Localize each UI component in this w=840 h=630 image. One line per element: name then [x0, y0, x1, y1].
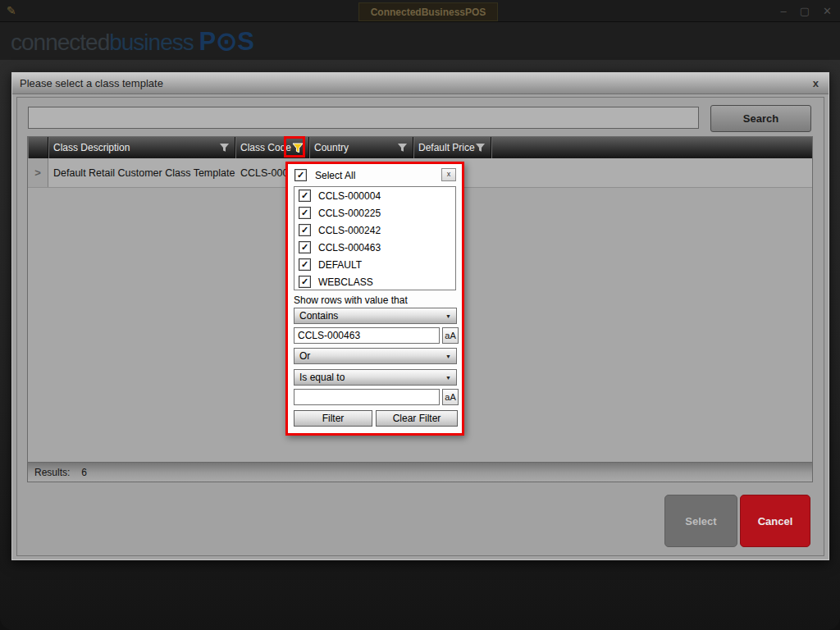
grid-header-class-code[interactable]: Class Code: [235, 137, 309, 158]
checkbox-checked-icon[interactable]: ✓: [299, 189, 311, 202]
grid-header-selector: [28, 137, 48, 158]
search-button[interactable]: Search: [710, 105, 811, 132]
results-label: Results:: [34, 467, 70, 478]
checkbox-checked-icon[interactable]: ✓: [294, 169, 307, 181]
checkbox-checked-icon[interactable]: ✓: [299, 224, 311, 236]
case-sensitivity-button-2[interactable]: aA: [442, 389, 459, 405]
list-item-label: CCLS-000463: [318, 242, 381, 253]
cancel-button[interactable]: Cancel: [740, 495, 810, 547]
filter-button[interactable]: Filter: [294, 410, 372, 427]
conjunction-dropdown[interactable]: Or ▼: [294, 348, 457, 364]
filter-value-input-2[interactable]: [294, 389, 440, 405]
active-filter-icon[interactable]: [292, 143, 304, 153]
checkbox-checked-icon[interactable]: ✓: [299, 258, 311, 271]
chevron-down-icon: ▼: [445, 313, 451, 319]
application-window: ✎ ConnectedBusinessPOS – ▢ ✕ connectedbu…: [0, 0, 840, 630]
close-button[interactable]: ✕: [823, 5, 832, 17]
list-item[interactable]: ✓ DEFAULT: [294, 256, 455, 273]
grid-header-class-description[interactable]: Class Description: [48, 137, 235, 158]
window-title: ConnectedBusinessPOS: [358, 2, 498, 21]
column-filter-popup: ✓ Select All x ✓ CCLS-000004 ✓ CCLS-0002…: [285, 162, 464, 436]
select-all-label: Select All: [315, 170, 355, 181]
brand-logo: connectedbusiness P⊙S: [11, 25, 254, 59]
list-item-label: CCLS-000242: [318, 225, 381, 236]
window-titlebar: ✎ ConnectedBusinessPOS – ▢ ✕: [0, 0, 840, 22]
dialog-titlebar: Please select a class template x: [12, 73, 829, 94]
list-item[interactable]: ✓ CCLS-000225: [294, 204, 455, 221]
dialog-title: Please select a class template: [20, 73, 163, 94]
show-rows-label: Show rows with value that: [294, 294, 408, 306]
list-item-label: DEFAULT: [318, 259, 362, 271]
operator-dropdown-2-value: Is equal to: [299, 372, 345, 383]
filter-value-input-1[interactable]: [294, 327, 440, 344]
list-item[interactable]: ✓ CCLS-000242: [294, 221, 455, 239]
results-count: 6: [81, 467, 87, 478]
list-item-label: CCLS-000004: [318, 190, 381, 202]
column-label: Class Code: [240, 142, 291, 153]
grid-header-country[interactable]: Country: [309, 137, 413, 158]
column-label: Country: [314, 142, 349, 153]
grid-header-filler: [491, 137, 812, 158]
brand-logo-connected: connected: [11, 30, 109, 55]
row-expand-arrow[interactable]: >: [28, 158, 48, 187]
clear-filter-button[interactable]: Clear Filter: [376, 410, 458, 427]
dialog-close-icon[interactable]: x: [813, 73, 819, 94]
search-input[interactable]: [28, 107, 699, 129]
app-icon: ✎: [7, 3, 21, 18]
column-label: Default Price: [418, 142, 475, 153]
maximize-button[interactable]: ▢: [800, 5, 810, 17]
list-item[interactable]: ✓ CCLS-000004: [294, 187, 455, 204]
list-item-label: CCLS-000225: [318, 208, 381, 219]
select-button[interactable]: Select: [664, 495, 737, 547]
results-bar: Results: 6: [27, 462, 813, 482]
list-item[interactable]: ✓ CCLS-000463: [294, 239, 455, 256]
operator-dropdown-1[interactable]: Contains ▼: [294, 308, 457, 324]
filter-icon[interactable]: [219, 143, 230, 153]
popup-close-icon[interactable]: x: [441, 168, 456, 181]
operator-dropdown-2[interactable]: Is equal to ▼: [294, 369, 457, 386]
app-header: connectedbusiness P⊙S: [0, 22, 840, 60]
conjunction-dropdown-value: Or: [299, 350, 310, 362]
minimize-button[interactable]: –: [781, 5, 787, 17]
checkbox-checked-icon[interactable]: ✓: [299, 241, 311, 253]
grid-header-default-price[interactable]: Default Price: [413, 137, 491, 158]
brand-logo-pos: P⊙S: [199, 27, 254, 56]
list-item[interactable]: ✓ WEBCLASS: [294, 273, 455, 290]
filter-icon[interactable]: [397, 143, 408, 153]
grid-header-row: Class Description Class Code Country: [28, 137, 812, 158]
column-label: Class Description: [53, 142, 130, 153]
case-sensitivity-button-1[interactable]: aA: [442, 327, 459, 344]
filter-icon[interactable]: [475, 143, 486, 153]
checkbox-checked-icon[interactable]: ✓: [299, 276, 311, 288]
checkbox-checked-icon[interactable]: ✓: [299, 207, 311, 219]
cell-class-description: Default Retail Customer Class Template: [48, 158, 235, 187]
chevron-down-icon: ▼: [445, 375, 451, 381]
brand-logo-business: business: [109, 30, 194, 55]
operator-dropdown-1-value: Contains: [299, 310, 338, 322]
list-item-label: WEBCLASS: [318, 276, 373, 288]
chevron-down-icon: ▼: [445, 354, 451, 359]
filter-value-list[interactable]: ✓ CCLS-000004 ✓ CCLS-000225 ✓ CCLS-00024…: [294, 186, 456, 290]
